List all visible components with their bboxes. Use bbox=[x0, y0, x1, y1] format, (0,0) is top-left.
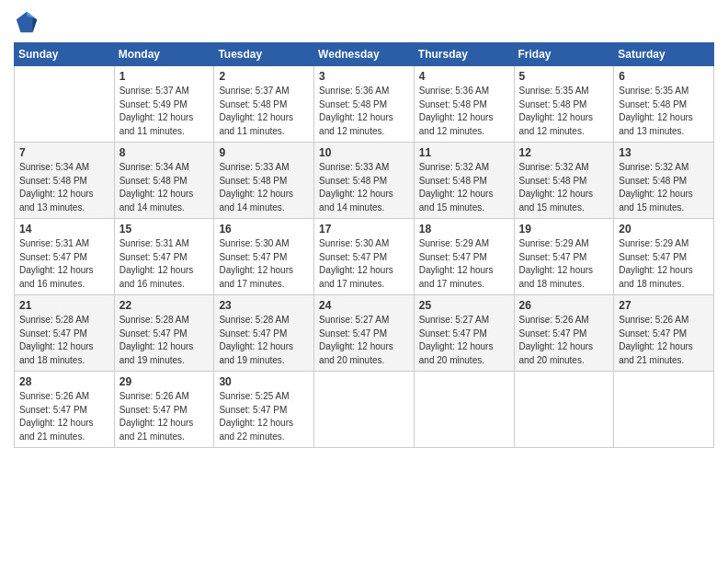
day-number: 8 bbox=[119, 146, 210, 159]
calendar-cell: 9Sunrise: 5:33 AMSunset: 5:48 PMDaylight… bbox=[214, 143, 314, 219]
calendar-cell: 23Sunrise: 5:28 AMSunset: 5:47 PMDayligh… bbox=[214, 295, 314, 372]
day-info: Sunrise: 5:36 AMSunset: 5:48 PMDaylight:… bbox=[419, 85, 509, 138]
weekday-header-monday: Monday bbox=[114, 43, 214, 66]
calendar-cell bbox=[15, 66, 115, 143]
calendar-cell: 24Sunrise: 5:27 AMSunset: 5:47 PMDayligh… bbox=[314, 295, 415, 372]
weekday-header-saturday: Saturday bbox=[614, 43, 714, 66]
day-number: 3 bbox=[319, 70, 409, 83]
page-header bbox=[14, 9, 714, 35]
day-number: 4 bbox=[419, 70, 509, 83]
calendar-cell: 30Sunrise: 5:25 AMSunset: 5:47 PMDayligh… bbox=[214, 372, 314, 448]
weekday-header-tuesday: Tuesday bbox=[214, 43, 314, 66]
day-number: 6 bbox=[619, 70, 709, 83]
calendar-cell: 5Sunrise: 5:35 AMSunset: 5:48 PMDaylight… bbox=[514, 66, 614, 143]
calendar-week-row: 14Sunrise: 5:31 AMSunset: 5:47 PMDayligh… bbox=[15, 219, 714, 295]
weekday-header-sunday: Sunday bbox=[15, 43, 115, 66]
calendar-cell: 18Sunrise: 5:29 AMSunset: 5:47 PMDayligh… bbox=[414, 219, 514, 295]
calendar-cell: 8Sunrise: 5:34 AMSunset: 5:48 PMDaylight… bbox=[114, 143, 214, 219]
day-info: Sunrise: 5:26 AMSunset: 5:47 PMDaylight:… bbox=[119, 390, 210, 443]
day-info: Sunrise: 5:33 AMSunset: 5:48 PMDaylight:… bbox=[319, 161, 409, 214]
calendar-cell: 22Sunrise: 5:28 AMSunset: 5:47 PMDayligh… bbox=[114, 295, 214, 372]
calendar-cell: 25Sunrise: 5:27 AMSunset: 5:47 PMDayligh… bbox=[414, 295, 514, 372]
day-number: 24 bbox=[319, 299, 409, 312]
calendar-cell bbox=[614, 372, 714, 448]
day-info: Sunrise: 5:36 AMSunset: 5:48 PMDaylight:… bbox=[319, 85, 409, 138]
day-info: Sunrise: 5:35 AMSunset: 5:48 PMDaylight:… bbox=[619, 85, 709, 138]
day-number: 17 bbox=[319, 223, 409, 236]
day-number: 11 bbox=[419, 146, 509, 159]
day-number: 26 bbox=[519, 299, 609, 312]
day-number: 30 bbox=[219, 375, 309, 388]
day-number: 14 bbox=[19, 223, 109, 236]
calendar-cell: 27Sunrise: 5:26 AMSunset: 5:47 PMDayligh… bbox=[614, 295, 714, 372]
calendar-cell: 14Sunrise: 5:31 AMSunset: 5:47 PMDayligh… bbox=[15, 219, 115, 295]
calendar-cell: 11Sunrise: 5:32 AMSunset: 5:48 PMDayligh… bbox=[414, 143, 514, 219]
day-info: Sunrise: 5:27 AMSunset: 5:47 PMDaylight:… bbox=[419, 314, 509, 367]
day-number: 21 bbox=[19, 299, 109, 312]
day-number: 25 bbox=[419, 299, 509, 312]
calendar-cell: 2Sunrise: 5:37 AMSunset: 5:48 PMDaylight… bbox=[214, 66, 314, 143]
logo bbox=[14, 9, 43, 35]
calendar-cell: 3Sunrise: 5:36 AMSunset: 5:48 PMDaylight… bbox=[314, 66, 415, 143]
calendar-cell: 16Sunrise: 5:30 AMSunset: 5:47 PMDayligh… bbox=[214, 219, 314, 295]
calendar-table: SundayMondayTuesdayWednesdayThursdayFrid… bbox=[14, 42, 714, 448]
calendar-week-row: 1Sunrise: 5:37 AMSunset: 5:49 PMDaylight… bbox=[15, 66, 714, 143]
day-number: 7 bbox=[19, 146, 109, 159]
day-number: 18 bbox=[419, 223, 509, 236]
day-info: Sunrise: 5:33 AMSunset: 5:48 PMDaylight:… bbox=[219, 161, 309, 214]
day-info: Sunrise: 5:34 AMSunset: 5:48 PMDaylight:… bbox=[19, 161, 109, 214]
day-number: 9 bbox=[219, 146, 309, 159]
day-number: 28 bbox=[19, 375, 109, 388]
weekday-header-wednesday: Wednesday bbox=[314, 43, 415, 66]
day-number: 19 bbox=[519, 223, 609, 236]
calendar-cell bbox=[314, 372, 415, 448]
svg-marker-2 bbox=[33, 17, 38, 32]
calendar-week-row: 7Sunrise: 5:34 AMSunset: 5:48 PMDaylight… bbox=[15, 143, 714, 219]
calendar-cell bbox=[414, 372, 514, 448]
weekday-header-thursday: Thursday bbox=[414, 43, 514, 66]
day-info: Sunrise: 5:31 AMSunset: 5:47 PMDaylight:… bbox=[19, 237, 109, 291]
calendar-cell: 17Sunrise: 5:30 AMSunset: 5:47 PMDayligh… bbox=[314, 219, 415, 295]
calendar-week-row: 21Sunrise: 5:28 AMSunset: 5:47 PMDayligh… bbox=[15, 295, 714, 372]
calendar-cell: 15Sunrise: 5:31 AMSunset: 5:47 PMDayligh… bbox=[114, 219, 214, 295]
day-info: Sunrise: 5:29 AMSunset: 5:47 PMDaylight:… bbox=[419, 237, 509, 291]
day-info: Sunrise: 5:32 AMSunset: 5:48 PMDaylight:… bbox=[419, 161, 509, 214]
day-number: 10 bbox=[319, 146, 409, 159]
day-info: Sunrise: 5:37 AMSunset: 5:48 PMDaylight:… bbox=[219, 85, 309, 138]
day-info: Sunrise: 5:37 AMSunset: 5:49 PMDaylight:… bbox=[119, 85, 210, 138]
calendar-cell: 12Sunrise: 5:32 AMSunset: 5:48 PMDayligh… bbox=[514, 143, 614, 219]
day-number: 12 bbox=[519, 146, 609, 159]
calendar-cell: 20Sunrise: 5:29 AMSunset: 5:47 PMDayligh… bbox=[614, 219, 714, 295]
day-info: Sunrise: 5:31 AMSunset: 5:47 PMDaylight:… bbox=[119, 237, 210, 291]
day-info: Sunrise: 5:32 AMSunset: 5:48 PMDaylight:… bbox=[519, 161, 609, 214]
day-info: Sunrise: 5:32 AMSunset: 5:48 PMDaylight:… bbox=[619, 161, 709, 214]
calendar-cell: 1Sunrise: 5:37 AMSunset: 5:49 PMDaylight… bbox=[114, 66, 214, 143]
calendar-cell: 19Sunrise: 5:29 AMSunset: 5:47 PMDayligh… bbox=[514, 219, 614, 295]
calendar-cell: 29Sunrise: 5:26 AMSunset: 5:47 PMDayligh… bbox=[114, 372, 214, 448]
calendar-cell: 4Sunrise: 5:36 AMSunset: 5:48 PMDaylight… bbox=[414, 66, 514, 143]
day-number: 20 bbox=[619, 223, 709, 236]
day-number: 15 bbox=[119, 223, 210, 236]
day-number: 23 bbox=[219, 299, 309, 312]
day-number: 27 bbox=[619, 299, 709, 312]
calendar-cell: 6Sunrise: 5:35 AMSunset: 5:48 PMDaylight… bbox=[614, 66, 714, 143]
day-info: Sunrise: 5:28 AMSunset: 5:47 PMDaylight:… bbox=[219, 314, 309, 367]
day-number: 2 bbox=[219, 70, 309, 83]
day-info: Sunrise: 5:34 AMSunset: 5:48 PMDaylight:… bbox=[119, 161, 210, 214]
day-info: Sunrise: 5:25 AMSunset: 5:47 PMDaylight:… bbox=[219, 390, 309, 443]
day-info: Sunrise: 5:30 AMSunset: 5:47 PMDaylight:… bbox=[219, 237, 309, 291]
day-info: Sunrise: 5:28 AMSunset: 5:47 PMDaylight:… bbox=[19, 314, 109, 367]
calendar-cell: 10Sunrise: 5:33 AMSunset: 5:48 PMDayligh… bbox=[314, 143, 415, 219]
logo-icon bbox=[14, 9, 40, 35]
day-info: Sunrise: 5:29 AMSunset: 5:47 PMDaylight:… bbox=[619, 237, 709, 291]
day-info: Sunrise: 5:26 AMSunset: 5:47 PMDaylight:… bbox=[19, 390, 109, 443]
calendar-cell: 26Sunrise: 5:26 AMSunset: 5:47 PMDayligh… bbox=[514, 295, 614, 372]
calendar-week-row: 28Sunrise: 5:26 AMSunset: 5:47 PMDayligh… bbox=[15, 372, 714, 448]
day-info: Sunrise: 5:26 AMSunset: 5:47 PMDaylight:… bbox=[519, 314, 609, 367]
day-info: Sunrise: 5:29 AMSunset: 5:47 PMDaylight:… bbox=[519, 237, 609, 291]
calendar-cell: 28Sunrise: 5:26 AMSunset: 5:47 PMDayligh… bbox=[15, 372, 115, 448]
day-number: 22 bbox=[119, 299, 210, 312]
day-info: Sunrise: 5:35 AMSunset: 5:48 PMDaylight:… bbox=[519, 85, 609, 138]
day-number: 16 bbox=[219, 223, 309, 236]
day-number: 1 bbox=[119, 70, 210, 83]
